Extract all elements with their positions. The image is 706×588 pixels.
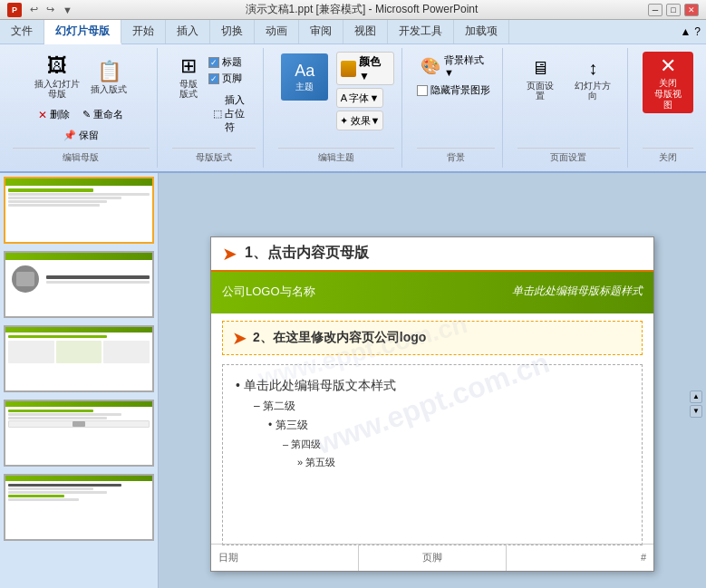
ribbon: 文件 幻灯片母版 开始 插入 切换 动画 审阅 视图 开发工具 加载项 ▲ ? …	[0, 20, 706, 173]
window-title: 演示文稿1.ppt [兼容模式] - Microsoft PowerPoint	[75, 2, 648, 17]
slide-thumb-3[interactable]: 3	[4, 325, 154, 392]
ribbon-help-btn[interactable]: ▲	[680, 25, 691, 38]
hide-bg-label: 隐藏背景图形	[430, 83, 490, 97]
theme-btn[interactable]: Aa 主题	[278, 52, 331, 102]
close-btn[interactable]: ✕	[684, 4, 699, 16]
ppt-app-icon: P	[7, 3, 22, 17]
footer-checkbox-box: ✓	[208, 73, 219, 84]
content-area: ▲ ▼ www.eppt.com.cn ➤ 1、点击内容页母版 公司LOGO与名…	[159, 173, 706, 588]
thumb-img-2	[5, 253, 152, 316]
edit-master-buttons: 🖼 插入幻灯片母版 📋 插入版式	[31, 52, 131, 101]
minimize-btn[interactable]: ─	[648, 4, 662, 16]
insert-placeholder-btn[interactable]: ⬚ 插入占位符	[208, 92, 256, 136]
slide-orientation-btn[interactable]: ↕ 幻灯片方向	[566, 52, 620, 104]
slide-header-bar: 公司LOGO与名称 单击此处编辑母版标题样式	[211, 270, 653, 313]
delete-btn[interactable]: ✕ 删除	[34, 106, 74, 123]
page-setup-icon: 🖥	[527, 55, 553, 81]
rename-label: 重命名	[93, 108, 123, 121]
tab-review[interactable]: 审阅	[299, 20, 343, 43]
undo-btn[interactable]: ↩	[27, 3, 41, 16]
bullet-item-3: • 第三级	[236, 416, 629, 436]
footer-page-num: #	[507, 545, 653, 571]
bg-style-btn[interactable]: 🎨 背景样式▼	[417, 52, 494, 80]
slide-orientation-label: 幻灯片方向	[572, 81, 614, 101]
content-scroll-up[interactable]: ▲	[690, 390, 702, 403]
close-group-label: 关闭	[643, 148, 693, 164]
thumb-img-1	[5, 178, 152, 242]
insert-slide-master-btn[interactable]: 🖼 插入幻灯片母版	[31, 52, 83, 101]
annotation-1-arrow: ➤	[222, 243, 237, 265]
rename-icon: ✎	[82, 109, 91, 120]
maximize-btn[interactable]: □	[666, 4, 681, 16]
footer-date: 日期	[211, 545, 359, 571]
preserve-btn[interactable]: 📌 保留	[59, 127, 103, 144]
bg-style-label: 背景样式▼	[444, 53, 490, 78]
rename-btn[interactable]: ✎ 重命名	[78, 106, 128, 123]
tab-insert[interactable]: 插入	[166, 20, 210, 43]
bullet-item-1: • 单击此处编辑母版文本样式	[236, 374, 629, 397]
bullet-content-area: • 单击此处编辑母版文本样式 – 第二级 • 第三级 – 第四级 » 第五级	[222, 364, 643, 545]
slide-thumb-2[interactable]: 2	[4, 251, 154, 318]
theme-top: Aa 主题 颜色▼ A 字体▼ ✦ 效果▼	[278, 52, 394, 130]
page-setup-group-label: 页面设置	[517, 148, 620, 164]
tab-home[interactable]: 开始	[121, 20, 166, 43]
qa-dropdown-btn[interactable]: ▼	[60, 4, 75, 16]
placeholder-icon: ⬚	[213, 108, 222, 120]
page-setup-label: 页面设置	[523, 81, 557, 101]
footer-checkbox[interactable]: ✓ 页脚	[208, 72, 256, 85]
group-close: ✕ 关闭母版视图 关闭	[635, 48, 701, 168]
bullet-item-5: » 第五级	[236, 454, 629, 472]
ribbon-content: 🖼 插入幻灯片母版 📋 插入版式 ✕ 删除 ✎ 重命名 📌	[0, 44, 706, 171]
font-btn[interactable]: A 字体▼	[336, 88, 383, 108]
close-icon: ✕	[660, 54, 676, 78]
content-scroll-arrows: ▲ ▼	[690, 390, 702, 418]
thumb-img-5	[5, 476, 152, 539]
edit-theme-group-label: 编辑主题	[278, 148, 394, 164]
color-btn[interactable]: 颜色▼	[336, 52, 394, 85]
close-master-view-btn[interactable]: ✕ 关闭母版视图	[643, 52, 693, 113]
color-icon	[341, 61, 356, 77]
color-label: 颜色▼	[359, 54, 390, 82]
group-page-setup: 🖥 页面设置 ↕ 幻灯片方向 页面设置	[510, 48, 628, 168]
master-layout-icon: ⊞	[176, 53, 201, 79]
master-layout-top: ⊞ 母版版式 ✓ 标题 ✓ 页脚 ⬚ 插入占位符	[172, 52, 256, 136]
slide-thumb-5[interactable]: 5	[4, 474, 154, 541]
hide-bg-checkbox[interactable]: 隐藏背景图形	[417, 83, 490, 97]
check-icon2: ✓	[210, 74, 218, 83]
redo-btn[interactable]: ↪	[44, 3, 57, 16]
check-icon: ✓	[210, 58, 218, 67]
annotation-1-text: 1、点击内容页母版	[245, 244, 369, 263]
master-layout-group-label: 母版版式	[172, 148, 256, 164]
slide-thumb-4[interactable]: 4	[4, 400, 154, 467]
page-setup-btns: 🖥 页面设置 ↕ 幻灯片方向	[517, 52, 620, 104]
tab-view[interactable]: 视图	[343, 20, 388, 43]
tab-file[interactable]: 文件	[0, 20, 44, 43]
tab-developer[interactable]: 开发工具	[388, 20, 454, 43]
preserve-label: 保留	[79, 129, 99, 142]
tab-slide-master[interactable]: 幻灯片母版	[44, 20, 121, 44]
slide-annotation-1: ➤ 1、点击内容页母版	[211, 237, 653, 272]
title-bar-left: P ↩ ↪ ▼	[7, 3, 75, 17]
placeholder-label: 插入占位符	[225, 93, 251, 134]
annotation-2-text: 2、在这里修改内容页公司logo	[253, 330, 426, 346]
edit-master-buttons-2: ✕ 删除 ✎ 重命名 📌 保留	[13, 106, 150, 144]
content-scroll-down[interactable]: ▼	[690, 405, 702, 418]
slide-thumb-1[interactable]: 1	[4, 177, 154, 244]
window-controls: ─ □ ✕	[648, 4, 699, 16]
tab-animations[interactable]: 动画	[255, 20, 299, 43]
hide-bg-box	[417, 85, 428, 96]
slide-body: ➤ 2、在这里修改内容页公司logo • 单击此处编辑母版文本样式 – 第二级 …	[211, 313, 653, 556]
bullet-item-4: – 第四级	[236, 436, 629, 454]
ribbon-collapse-btn[interactable]: ?	[694, 25, 701, 38]
theme-sub-btns: 颜色▼ A 字体▼ ✦ 效果▼	[336, 52, 394, 130]
page-setup-btn[interactable]: 🖥 页面设置	[517, 52, 563, 104]
effect-btn[interactable]: ✦ 效果▼	[336, 111, 383, 130]
insert-layout-btn[interactable]: 📋 插入版式	[87, 57, 131, 96]
master-layout-btn[interactable]: ⊞ 母版版式	[172, 52, 205, 101]
insert-layout-icon: 📋	[96, 59, 121, 84]
font-label-text: A 字体▼	[341, 92, 380, 105]
title-checkbox[interactable]: ✓ 标题	[208, 55, 256, 69]
tab-transitions[interactable]: 切换	[210, 20, 255, 43]
slide-panel: 1 2	[0, 173, 159, 588]
tab-addins[interactable]: 加载项	[454, 20, 509, 43]
